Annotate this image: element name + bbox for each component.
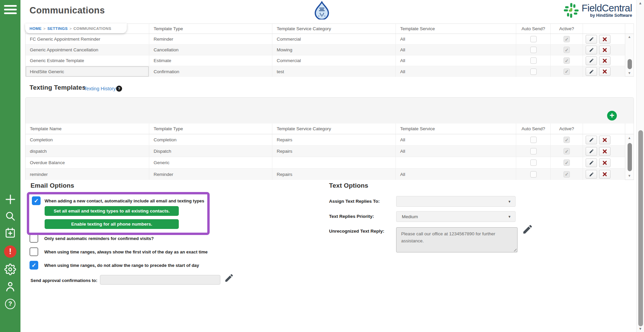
table-row-selected[interactable]: HindSite Generic Confirmation test All: [25, 66, 625, 77]
approval-confirmations-input[interactable]: [100, 275, 220, 285]
scroll-up-icon[interactable]: ▲: [625, 35, 634, 39]
edit-button[interactable]: [586, 67, 597, 76]
breadcrumb: HOME > SETTINGS > COMMUNICATIONS: [25, 23, 127, 33]
col-header-active: Active?: [550, 24, 583, 34]
add-texting-template-button[interactable]: +: [607, 111, 617, 121]
edit-button[interactable]: [586, 56, 597, 65]
col-header-active: Active?: [550, 124, 583, 134]
auto-include-label: When adding a new contact, automatically…: [45, 198, 204, 203]
delete-button[interactable]: [599, 170, 610, 179]
edit-button[interactable]: [586, 46, 597, 54]
table-row[interactable]: Generic Appointment Cancellation Cancell…: [25, 45, 625, 55]
chevron-down-icon: ▼: [508, 200, 511, 203]
set-all-types-button[interactable]: Set all email and texting types to all e…: [45, 206, 179, 216]
breadcrumb-settings-link[interactable]: SETTINGS: [47, 27, 68, 31]
table-row[interactable]: reminder Reminder Repairs All: [25, 169, 625, 180]
unrecognized-edit-pencil-icon[interactable]: [522, 224, 533, 236]
table-row[interactable]: Overdue Balance Generic: [25, 157, 625, 169]
replies-priority-select[interactable]: Medium ▼: [396, 211, 516, 222]
delete-button[interactable]: [599, 136, 610, 144]
auto-send-checkbox[interactable]: [530, 137, 537, 143]
scrollbar-thumb[interactable]: [628, 143, 632, 171]
texting-table-scrollbar[interactable]: ▲ ▼: [625, 124, 634, 180]
auto-send-checkbox[interactable]: [530, 148, 537, 154]
scroll-up-icon[interactable]: ▲: [625, 136, 634, 140]
active-checkbox: [564, 159, 570, 166]
unrecognized-reply-textarea[interactable]: Please call our office at 1234567890 for…: [396, 227, 518, 252]
search-icon[interactable]: [0, 210, 20, 222]
delete-button[interactable]: [599, 147, 610, 156]
assign-replies-select[interactable]: ▼: [396, 196, 516, 207]
edit-button[interactable]: [586, 147, 597, 156]
cell-service-category: [272, 157, 395, 168]
scroll-down-icon[interactable]: ▼: [625, 174, 634, 178]
approval-edit-pencil-icon[interactable]: [224, 273, 234, 284]
scroll-down-icon[interactable]: ▼: [637, 327, 644, 331]
assign-replies-label: Assign Text Replies To:: [329, 199, 380, 204]
cell-template-service: All: [395, 45, 516, 55]
cell-service-category: Commercial: [272, 55, 395, 66]
col-header-actions: [583, 124, 625, 134]
edit-button[interactable]: [586, 136, 597, 144]
scrollbar-thumb[interactable]: [628, 59, 632, 69]
exclamation-glyph: !: [9, 247, 12, 256]
scroll-down-icon[interactable]: ▼: [625, 72, 634, 75]
table-row[interactable]: Generic Estimate Template Estimate Comme…: [25, 55, 625, 66]
cell-template-type: Reminder: [149, 34, 272, 44]
scroll-up-icon[interactable]: ▲: [637, 1, 644, 5]
breadcrumb-home-link[interactable]: HOME: [30, 27, 42, 31]
text-options-heading: Text Options: [329, 182, 368, 189]
settings-gear-icon[interactable]: [0, 264, 20, 275]
edit-button[interactable]: [586, 35, 597, 44]
delete-button[interactable]: [599, 158, 610, 167]
auto-send-checkbox[interactable]: [530, 68, 537, 75]
table-row[interactable]: dispatch Dispatch Repairs All: [25, 146, 625, 157]
help-icon[interactable]: ?: [0, 299, 20, 309]
delete-button[interactable]: [599, 46, 610, 54]
cell-template-service: All: [395, 34, 516, 44]
cell-template-name: FC Generic Appointment Reminder: [25, 34, 149, 44]
alerts-icon[interactable]: !: [0, 245, 20, 258]
col-header-service-category: Template Service Category: [272, 24, 395, 34]
hamburger-menu-icon[interactable]: [4, 5, 17, 14]
edit-button[interactable]: [586, 170, 597, 179]
auto-send-checkbox[interactable]: [530, 159, 537, 166]
table-row[interactable]: Completion Completion Repairs All: [25, 134, 625, 146]
scrollbar-thumb[interactable]: [638, 130, 643, 326]
texting-history-link[interactable]: Texting History: [84, 86, 116, 91]
auto-send-checkbox[interactable]: [530, 47, 537, 53]
cell-template-name[interactable]: HindSite Generic: [25, 66, 149, 77]
confirmed-visits-checkbox[interactable]: [30, 234, 38, 243]
range-precede-checkbox[interactable]: [30, 261, 38, 270]
col-header-template-service: Template Service: [395, 124, 516, 134]
breadcrumb-separator: >: [43, 27, 46, 31]
auto-send-checkbox[interactable]: [530, 36, 537, 42]
auto-send-checkbox[interactable]: [530, 171, 537, 178]
texting-toolbar-panel: +: [25, 97, 634, 124]
add-icon[interactable]: [0, 194, 20, 205]
exact-time-checkbox[interactable]: [30, 247, 38, 256]
enable-texting-button[interactable]: Enable texting for all phone numbers.: [45, 219, 179, 229]
cell-template-name: reminder: [25, 169, 149, 180]
cell-template-name: dispatch: [25, 146, 149, 157]
delete-button[interactable]: [599, 56, 610, 65]
unrecognized-reply-value: Please call our office at 1234567890 for…: [401, 231, 495, 243]
email-table-scrollbar[interactable]: ▲ ▼: [625, 24, 634, 76]
auto-send-checkbox[interactable]: [530, 57, 537, 64]
table-row[interactable]: FC Generic Appointment Reminder Reminder…: [25, 34, 625, 45]
calendar-add-icon[interactable]: [0, 227, 20, 238]
user-icon[interactable]: [0, 281, 20, 292]
texting-help-icon[interactable]: ?: [116, 86, 122, 92]
replies-priority-label: Text Replies Priority:: [329, 214, 374, 219]
cell-service-category: Commercial: [272, 34, 395, 44]
page-scrollbar[interactable]: ▲ ▼: [636, 0, 644, 332]
breadcrumb-current: COMMUNICATIONS: [73, 27, 111, 31]
texting-templates-heading: Texting Templates: [30, 84, 86, 91]
resize-grip-icon[interactable]: [513, 248, 517, 251]
delete-button[interactable]: [599, 67, 610, 76]
col-header-template-type: Template Type: [149, 124, 272, 134]
delete-button[interactable]: [599, 35, 610, 44]
auto-include-checkbox[interactable]: [32, 196, 41, 205]
edit-button[interactable]: [586, 158, 597, 167]
cell-template-type: Confirmation: [149, 66, 272, 77]
